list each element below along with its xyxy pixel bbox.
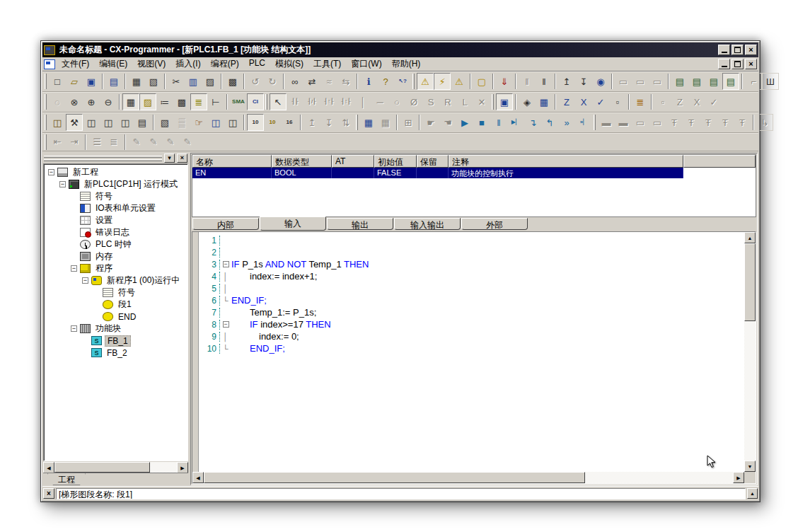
monitor-bit-button[interactable]: ▫ bbox=[654, 93, 671, 110]
contact-updown-button[interactable]: ┨↕┠ bbox=[337, 93, 354, 110]
menu-item-insert[interactable]: 插入(I) bbox=[170, 57, 205, 71]
rack-view-4-button[interactable]: ▤ bbox=[722, 73, 739, 90]
tree-expand-box[interactable]: − bbox=[71, 325, 77, 332]
pen-clear-button[interactable]: ✎ bbox=[179, 134, 196, 151]
scroll-left-button[interactable]: ◀ bbox=[192, 472, 204, 483]
memory-table-4-button[interactable]: Ŧ bbox=[717, 114, 734, 131]
tree-item--[interactable]: 设置 bbox=[45, 214, 187, 226]
toolbar-grip[interactable] bbox=[492, 94, 494, 110]
column-header[interactable]: 初始值 bbox=[374, 155, 417, 168]
properties-button[interactable]: ▤ bbox=[134, 114, 151, 131]
memory-window-button[interactable]: ◫ bbox=[224, 114, 241, 131]
zoom-tool-button[interactable]: ◌ bbox=[49, 93, 66, 110]
find-next-button[interactable]: ≈ bbox=[320, 73, 337, 90]
fold-collapse-icon[interactable]: − bbox=[223, 261, 229, 267]
work-online-simulator-button[interactable]: ☞ bbox=[190, 114, 207, 131]
pause-button[interactable]: ‖ bbox=[536, 73, 553, 90]
output-message[interactable]: [梯形图段名称: 段1] bbox=[56, 488, 746, 499]
compile-check-button[interactable]: ⚠ bbox=[417, 73, 434, 90]
code-line[interactable]: 4│index:= index+1; bbox=[199, 270, 744, 282]
address-list-button[interactable]: ≔ bbox=[156, 93, 173, 110]
online-edit-cancel-button[interactable]: ▭ bbox=[649, 73, 666, 90]
menu-item-tools[interactable]: 工具(T) bbox=[308, 57, 346, 71]
copy-to-library-button[interactable]: ▩ bbox=[224, 73, 241, 90]
toolbar-grip[interactable] bbox=[45, 94, 47, 110]
indent-decrease-button[interactable]: ⇤ bbox=[49, 134, 66, 151]
comment-view-button[interactable]: ▨ bbox=[139, 93, 156, 110]
tree-item-fb_2[interactable]: SFB_2 bbox=[45, 347, 187, 359]
run-to-end-button[interactable]: »▏ bbox=[575, 114, 592, 131]
variable-row[interactable]: ENBOOLFALSE功能块的控制执行 bbox=[192, 168, 756, 178]
panel-drag-grip[interactable] bbox=[44, 156, 162, 161]
tree-expand-box[interactable]: − bbox=[71, 265, 77, 272]
coil-not-button[interactable]: Ø bbox=[405, 93, 422, 110]
tree-expand-box[interactable]: − bbox=[82, 277, 88, 284]
code-line[interactable]: 2 bbox=[199, 246, 744, 258]
radix-hex-button[interactable]: 16 bbox=[281, 114, 298, 131]
mdi-restore-button[interactable] bbox=[732, 59, 744, 69]
code-line[interactable]: 8−IF index>=17 THEN bbox=[199, 318, 744, 330]
toolbar-grip[interactable] bbox=[45, 134, 47, 150]
invert-instr-button[interactable]: ✕ bbox=[473, 93, 490, 110]
scrollbar-thumb[interactable] bbox=[744, 243, 756, 321]
toolbar-grip[interactable] bbox=[45, 115, 47, 130]
step-trace-button[interactable]: ⌐ bbox=[745, 73, 762, 90]
print-preview-button[interactable]: ▧ bbox=[145, 73, 162, 90]
column-header[interactable]: 保留 bbox=[417, 155, 449, 168]
toggle-output-window-button[interactable]: ◫ bbox=[100, 114, 117, 131]
indent-increase-button[interactable]: ⇥ bbox=[66, 134, 83, 151]
find-button[interactable]: ∞ bbox=[287, 73, 303, 90]
panel-close-button[interactable]: × bbox=[177, 154, 187, 163]
column-header[interactable]: 数据类型 bbox=[272, 155, 332, 168]
force-cancel-button[interactable]: ✓ bbox=[592, 93, 609, 110]
output-scroll-up-button[interactable]: ▲ bbox=[747, 488, 758, 499]
print-button[interactable]: ▦ bbox=[128, 73, 145, 90]
restore-button[interactable] bbox=[732, 45, 744, 55]
scroll-right-button[interactable]: ▶ bbox=[733, 472, 744, 483]
memory-table-3-button[interactable]: Ŧ bbox=[700, 114, 717, 131]
undo-button[interactable]: ↺ bbox=[247, 73, 264, 90]
horizontal-line-button[interactable]: ─ bbox=[371, 93, 388, 110]
fold-marker[interactable]: − bbox=[220, 321, 231, 328]
tree-item--[interactable]: 内存 bbox=[45, 250, 187, 262]
pen-delete-button[interactable]: ✎ bbox=[162, 134, 179, 151]
menu-item-help[interactable]: 帮助(H) bbox=[387, 57, 426, 71]
tree-item--1-00-[interactable]: −新程序1 (00)运行中 bbox=[45, 274, 187, 287]
tree-item-plc-[interactable]: PLC 时钟 bbox=[45, 238, 187, 250]
code-lines[interactable]: 123−IF P_1s AND NOT Temp_1 THEN4│index:=… bbox=[199, 232, 744, 472]
monitor-mode-button[interactable]: ⊞ bbox=[400, 114, 417, 131]
column-header[interactable]: AT bbox=[332, 155, 374, 168]
tree-item-fb_1[interactable]: SFB_1 bbox=[45, 335, 187, 347]
memory-card-1-button[interactable]: ▬ bbox=[598, 114, 615, 131]
transfer-from-plc-button[interactable]: ↧ bbox=[320, 114, 337, 131]
export-program-button[interactable]: ↥ bbox=[558, 73, 575, 90]
stop-button[interactable]: ■ bbox=[473, 114, 490, 131]
menu-item-file[interactable]: 文件(F) bbox=[57, 57, 94, 71]
contact-up-button[interactable]: ┨↑┠ bbox=[320, 93, 337, 110]
mnemonic-view-button[interactable]: SMA bbox=[230, 93, 247, 110]
find-address-error-button[interactable]: ⚠ bbox=[451, 73, 468, 90]
coil-button[interactable]: ○ bbox=[388, 93, 405, 110]
document-window-icon[interactable] bbox=[44, 59, 55, 69]
toolbar-grip[interactable] bbox=[356, 115, 358, 130]
find-replace-button[interactable]: ⇄ bbox=[303, 73, 320, 90]
code-line[interactable]: 3−IF P_1s AND NOT Temp_1 THEN bbox=[199, 258, 744, 270]
online-edit-begin-button[interactable]: ▭ bbox=[615, 73, 632, 90]
code-line[interactable]: 6└END_IF; bbox=[199, 294, 744, 306]
code-line[interactable]: 10└END_IF; bbox=[199, 342, 744, 354]
column-header[interactable]: 名称 bbox=[192, 155, 272, 168]
data-trace-button[interactable]: ◈ bbox=[519, 93, 536, 110]
scroll-down-button[interactable]: ▼ bbox=[744, 461, 756, 472]
import-program-button[interactable]: ↧ bbox=[575, 73, 592, 90]
monitor-check-button[interactable]: ✓ bbox=[705, 93, 722, 110]
tree-item--[interactable]: 错误日志 bbox=[45, 226, 187, 238]
tab-内部[interactable]: 内部 bbox=[192, 218, 259, 230]
copy-button[interactable]: ▥ bbox=[185, 73, 202, 90]
panel-menu-button[interactable]: ▾ bbox=[164, 154, 175, 163]
build-window-button[interactable]: ⚒ bbox=[66, 114, 83, 131]
cross-reference-button[interactable]: ≣ bbox=[632, 93, 649, 110]
tree-expand-box[interactable]: − bbox=[59, 181, 66, 187]
transfer-to-plc-button[interactable]: ↥ bbox=[303, 114, 320, 131]
work-online-button[interactable]: ▦ bbox=[360, 114, 377, 131]
toggle-xref-window-button[interactable]: ◫ bbox=[117, 114, 134, 131]
